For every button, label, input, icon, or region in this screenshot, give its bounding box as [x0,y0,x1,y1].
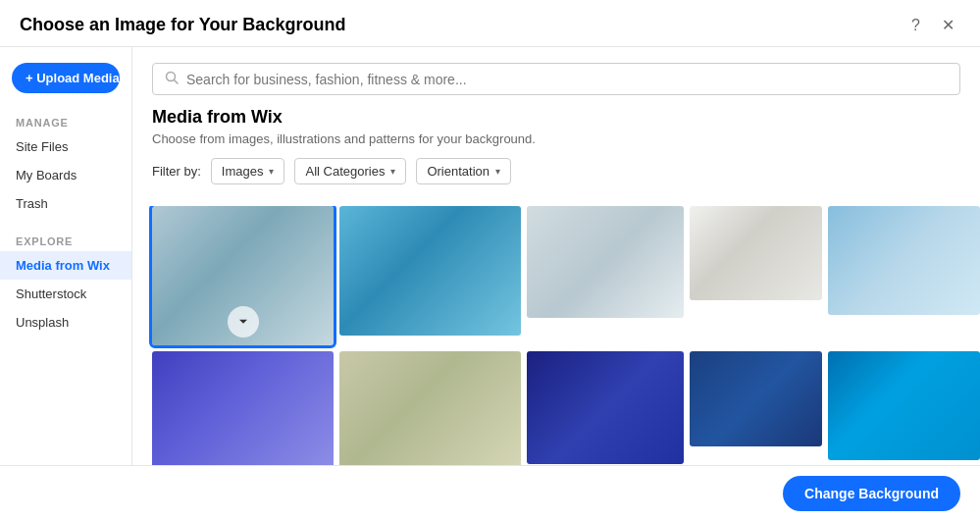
header-actions: ? ✕ [905,14,960,36]
filter-orientation-dropdown[interactable]: Orientation ▾ [416,158,511,184]
filter-label: Filter by: [152,164,201,179]
filter-type-dropdown[interactable]: Images ▾ [211,158,285,184]
choose-image-dialog: Choose an Image for Your Background ? ✕ … [0,0,980,521]
change-background-button[interactable]: Change Background [783,476,960,511]
sidebar-item-my-boards[interactable]: My Boards [0,161,131,189]
image-cell[interactable] [527,206,684,318]
image-grid-container [132,206,980,465]
main-content: Media from Wix Choose from images, illus… [132,47,980,465]
bottom-bar: Change Background [0,465,980,521]
image-cell[interactable] [690,351,822,445]
sidebar-item-shutterstock[interactable]: Shutterstock [0,280,131,308]
search-input[interactable] [186,72,948,87]
sidebar-item-trash[interactable]: Trash [0,189,131,218]
chevron-down-icon: ▾ [495,166,500,177]
help-button[interactable]: ? [905,15,926,36]
explore-section-label: EXPLORE [0,228,131,251]
sidebar-item-site-files[interactable]: Site Files [0,132,131,161]
image-cell[interactable] [690,206,822,300]
image-cell[interactable] [152,351,334,465]
chevron-down-icon: ▾ [390,166,395,177]
content-subtitle: Choose from images, illustrations and pa… [152,131,960,146]
image-cell[interactable] [828,206,980,315]
image-cell[interactable] [527,351,684,463]
sidebar: + Upload Media MANAGE Site Files My Boar… [0,47,132,465]
manage-section-label: MANAGE [0,109,131,132]
content-title: Media from Wix [152,107,960,128]
upload-media-button[interactable]: + Upload Media [12,63,120,93]
dialog-title: Choose an Image for Your Background [20,15,345,35]
image-cell[interactable] [152,206,334,345]
search-icon [165,71,179,87]
filter-bar: Filter by: Images ▾ All Categories ▾ Ori… [152,158,960,184]
sidebar-item-media-from-wix[interactable]: Media from Wix [0,251,131,280]
image-cell[interactable] [828,351,980,460]
svg-line-1 [175,80,179,84]
dialog-header: Choose an Image for Your Background ? ✕ [0,0,980,47]
image-grid [152,206,960,465]
dialog-body: + Upload Media MANAGE Site Files My Boar… [0,47,980,465]
chevron-down-icon: ▾ [269,166,274,177]
image-cell[interactable] [339,206,521,336]
filter-category-dropdown[interactable]: All Categories ▾ [294,158,406,184]
filter-category-value: All Categories [305,164,385,179]
image-cell[interactable] [339,351,521,465]
filter-orientation-value: Orientation [427,164,490,179]
filter-type-value: Images [222,164,264,179]
search-bar [152,63,960,95]
sidebar-item-unsplash[interactable]: Unsplash [0,308,131,337]
close-button[interactable]: ✕ [936,14,960,36]
content-header: Media from Wix Choose from images, illus… [132,47,980,206]
